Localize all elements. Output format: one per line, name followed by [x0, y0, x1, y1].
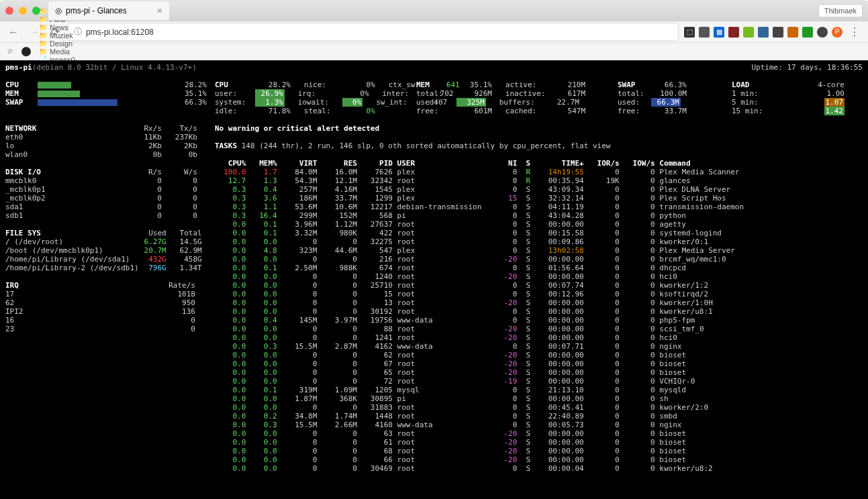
- extension-icons: ⬚ ▦ P ⋮: [684, 25, 863, 38]
- bookmark-item[interactable]: News: [39, 23, 88, 32]
- browser-tab[interactable]: ◎ pms-pi - Glances ×: [48, 1, 169, 20]
- tab-bar: ◎ pms-pi - Glances × Thibmaek: [0, 0, 868, 21]
- ext-icon[interactable]: P: [832, 27, 842, 38]
- ext-icon[interactable]: [758, 27, 769, 38]
- bookmark-item[interactable]: Media: [39, 48, 88, 56]
- ext-icon[interactable]: [802, 27, 813, 38]
- tab-title: pms-pi - Glances: [66, 6, 127, 15]
- glances-terminal[interactable]: pms-pi (debian 8.0 32bit / Linux 4.4.13-…: [0, 60, 868, 499]
- ext-icon[interactable]: ⬚: [684, 27, 695, 38]
- ext-icon[interactable]: [817, 27, 828, 38]
- bookmark-item[interactable]: Design: [39, 40, 88, 48]
- window-close-button[interactable]: [5, 7, 13, 15]
- window-minimize-button[interactable]: [19, 7, 27, 15]
- bookmark-item[interactable]: Muziek: [39, 32, 88, 40]
- ext-icon[interactable]: [699, 27, 710, 38]
- ext-icon[interactable]: ▦: [714, 27, 724, 38]
- bookmarks-bar: ☆ SociaalForaNewsMuziekDesignMediajspass…: [0, 43, 868, 60]
- chrome-menu-button[interactable]: ⋮: [847, 25, 863, 38]
- tab-close-button[interactable]: ×: [157, 5, 162, 16]
- ext-icon[interactable]: [743, 27, 754, 38]
- address-bar-row: ← → ⟳ ⓘ pms-pi.local:61208 ⬚ ▦ P ⋮: [0, 21, 868, 43]
- ext-icon[interactable]: [787, 27, 798, 38]
- url-input[interactable]: ⓘ pms-pi.local:61208: [68, 23, 679, 41]
- tab-favicon: ◎: [55, 6, 62, 15]
- github-bookmark-icon[interactable]: [21, 47, 31, 56]
- browser-window: ◎ pms-pi - Glances × Thibmaek ← → ⟳ ⓘ pm…: [0, 0, 868, 499]
- ext-icon[interactable]: [728, 27, 739, 38]
- back-button[interactable]: ←: [5, 26, 21, 38]
- chrome-profile[interactable]: Thibmaek: [818, 4, 863, 17]
- bookmark-star-icon[interactable]: ☆: [7, 47, 13, 56]
- window-controls: [5, 7, 40, 15]
- ext-icon[interactable]: [773, 27, 783, 38]
